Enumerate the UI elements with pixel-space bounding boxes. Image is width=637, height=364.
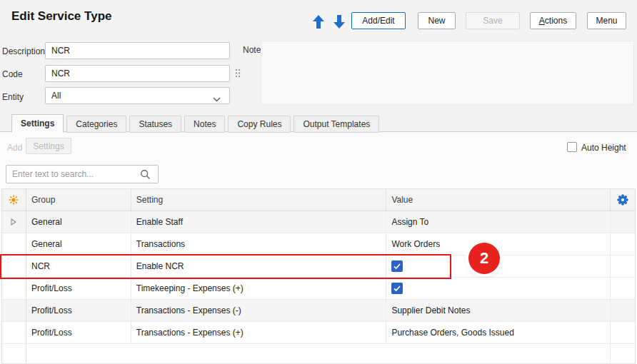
table-row[interactable]: General Transactions Work Orders — [2, 233, 635, 256]
grid-header-row: Group Setting Value — [2, 189, 635, 211]
cell-group: Profit/Loss — [26, 278, 131, 299]
settings-grid: Group Setting Value General Enable Staff… — [1, 188, 636, 364]
enable-ncr-checkbox-checked[interactable] — [391, 261, 403, 272]
menu-button[interactable]: Menu — [587, 12, 626, 29]
actions-accel: A — [539, 16, 545, 26]
tab-categories[interactable]: Categories — [66, 116, 126, 133]
column-chooser-cell — [611, 189, 635, 211]
cell-setting: Transactions - Expenses (-) — [131, 300, 387, 321]
grid-empty-area — [2, 344, 635, 363]
entity-dropdown[interactable]: All — [45, 87, 230, 104]
tab-output-templates[interactable]: Output Templates — [294, 116, 379, 133]
row-indicator-cell[interactable] — [2, 211, 26, 233]
gear-icon[interactable] — [617, 194, 628, 206]
add-action-label[interactable]: Add — [7, 143, 22, 153]
row-indicator-cell — [2, 300, 26, 321]
tab-strip: Settings Categories Statuses Notes Copy … — [11, 114, 382, 133]
table-row[interactable]: General Enable Staff Assign To — [2, 211, 635, 233]
note-field[interactable] — [261, 41, 634, 105]
annotation-step-badge: 2 — [468, 243, 500, 274]
cell-setting: Timekeeping - Expenses (+) — [131, 278, 387, 299]
table-row-highlighted[interactable]: NCR Enable NCR — [2, 256, 635, 278]
table-row[interactable]: Profit/Loss Timekeeping - Expenses (+) — [2, 278, 635, 300]
cell-group: General — [26, 211, 131, 233]
edit-service-type-window: Edit Service Type Add/Edit New Save Acti… — [0, 0, 637, 364]
grid-empty-space — [131, 344, 387, 363]
row-indicator-cell — [2, 322, 26, 343]
checkmark-icon — [393, 263, 401, 270]
row-end-cell — [611, 211, 635, 233]
new-button[interactable]: New — [418, 12, 456, 29]
description-field[interactable] — [45, 42, 230, 59]
tab-statuses[interactable]: Statuses — [129, 116, 181, 133]
page-title: Edit Service Type — [11, 9, 111, 24]
row-indicator-cell — [2, 233, 26, 255]
cell-group: Profit/Loss — [26, 322, 131, 343]
row-end-cell — [611, 278, 635, 299]
cell-value: Purchase Orders, Goods Issued — [386, 322, 611, 343]
cell-setting: Transactions - Expenses (+) — [131, 322, 387, 343]
down-arrow-icon — [333, 15, 345, 29]
expand-arrow-icon[interactable] — [11, 218, 16, 226]
customization-sun-icon — [9, 195, 19, 205]
column-header-group[interactable]: Group — [26, 189, 131, 211]
cell-group: Profit/Loss — [26, 300, 131, 321]
grid-empty-space — [26, 344, 131, 363]
row-end-cell — [611, 300, 635, 321]
cell-setting: Enable Staff — [131, 211, 387, 233]
auto-height-checkbox[interactable] — [567, 142, 577, 152]
code-field[interactable] — [45, 65, 230, 82]
add-edit-button[interactable]: Add/Edit — [351, 12, 406, 29]
auto-height-label: Auto Height — [581, 143, 626, 153]
grid-empty-space — [386, 344, 611, 363]
grid-empty-space — [611, 344, 635, 363]
table-row[interactable]: Profit/Loss Transactions - Expenses (+) … — [2, 322, 635, 344]
note-label: Note — [243, 45, 261, 55]
cell-value: Assign To — [386, 211, 611, 233]
search-input[interactable] — [6, 169, 140, 179]
timekeeping-checkbox-checked[interactable] — [391, 283, 403, 294]
column-header-value[interactable]: Value — [386, 189, 611, 211]
row-end-cell — [611, 256, 635, 277]
grid-empty-indicator-col — [2, 344, 26, 363]
row-end-cell — [611, 233, 635, 255]
entity-selected-value: All — [51, 91, 61, 101]
entity-label: Entity — [2, 92, 24, 102]
actions-button[interactable]: Actions — [530, 12, 576, 29]
drag-handle-icon[interactable] — [235, 69, 241, 80]
cell-setting: Transactions — [131, 233, 387, 255]
description-label: Description — [2, 46, 45, 56]
table-row[interactable]: Profit/Loss Transactions - Expenses (-) … — [2, 300, 635, 322]
chevron-down-icon — [213, 94, 221, 104]
search-icon[interactable] — [140, 169, 151, 180]
cell-value: Supplier Debit Notes — [386, 300, 611, 321]
settings-toolbar-button[interactable]: Settings — [26, 138, 71, 154]
cell-group: General — [26, 233, 131, 255]
column-header-setting[interactable]: Setting — [131, 189, 387, 211]
tab-copy-rules[interactable]: Copy Rules — [228, 116, 291, 133]
cell-value — [386, 278, 611, 299]
cell-group: NCR — [26, 256, 131, 277]
up-arrow-icon — [313, 15, 324, 29]
checkmark-icon — [393, 285, 401, 292]
tab-settings[interactable]: Settings — [11, 114, 64, 133]
code-label: Code — [2, 69, 23, 79]
grid-corner-cell — [2, 189, 26, 211]
cell-setting: Enable NCR — [131, 256, 387, 277]
row-indicator-cell — [2, 278, 26, 299]
row-indicator-cell — [2, 256, 26, 277]
tab-notes[interactable]: Notes — [184, 116, 225, 133]
move-up-button[interactable] — [311, 14, 326, 29]
row-end-cell — [611, 322, 635, 343]
actions-rest: ctions — [545, 16, 567, 26]
search-box — [6, 165, 159, 183]
save-button[interactable]: Save — [466, 12, 520, 29]
move-down-button[interactable] — [332, 14, 346, 29]
